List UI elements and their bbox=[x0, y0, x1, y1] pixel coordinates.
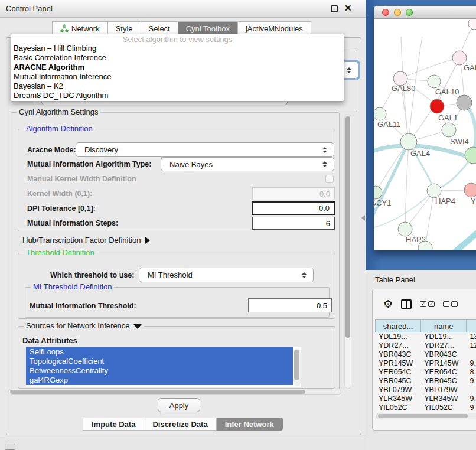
network-node[interactable] bbox=[430, 99, 444, 113]
dropdown-item-dream8-dc-tdc-algorithm[interactable]: Dream8 DC_TDC Algorithm bbox=[11, 91, 344, 100]
dropdown-item-mutual-information-inference[interactable]: Mutual Information Inference bbox=[11, 72, 344, 81]
settings-horizontal-scrollbar[interactable] bbox=[8, 389, 341, 395]
node-label: GCY1 bbox=[374, 198, 391, 207]
mi-algorithm-type-combobox[interactable]: Naive Bayes bbox=[161, 157, 334, 171]
network-node[interactable] bbox=[468, 19, 476, 30]
scrollbar-thumb[interactable] bbox=[10, 390, 305, 394]
tab-jactivemnodules[interactable]: jActiveMNodules bbox=[238, 21, 311, 35]
select-all-icon[interactable]: ✓✓ bbox=[420, 301, 435, 307]
split-panel-icon[interactable] bbox=[401, 299, 412, 309]
node-label: Y bbox=[471, 197, 476, 206]
tab-network[interactable]: Network bbox=[52, 21, 108, 35]
dpi-tolerance-label: DPI Tolerance [0,1]: bbox=[27, 204, 96, 213]
control-panel-tabs: NetworkStyleSelectCyni ToolboxjActiveMNo… bbox=[52, 21, 311, 35]
column-header[interactable]: name bbox=[420, 319, 466, 332]
table-row[interactable]: YPR145WYPR145W9. bbox=[375, 359, 476, 368]
table-horizontal-scrollbar[interactable] bbox=[376, 413, 476, 419]
network-node-swi4[interactable] bbox=[465, 147, 476, 164]
settings-group-title: Cyni Algorithm Settings bbox=[17, 107, 100, 116]
tab-select[interactable]: Select bbox=[141, 21, 178, 35]
control-panel-titlebar bbox=[0, 0, 366, 18]
scrollbar-thumb[interactable] bbox=[345, 116, 350, 338]
table-row[interactable]: YBR043CYBR043C bbox=[375, 350, 476, 359]
tab-style[interactable]: Style bbox=[108, 21, 141, 35]
deselect-all-icon[interactable] bbox=[443, 301, 458, 307]
combo-arrows-icon bbox=[319, 147, 330, 153]
combo-arrows-icon bbox=[344, 67, 354, 73]
scrollbar-thumb[interactable] bbox=[378, 414, 468, 418]
table-panel-title: Table Panel bbox=[375, 275, 415, 284]
tab-cyni-toolbox[interactable]: Cyni Toolbox bbox=[178, 21, 238, 35]
attribute-item-gal4rgexp[interactable]: gal4RGexp bbox=[26, 376, 293, 385]
algorithm-dropdown-popup: Select algorithm to view settings Bayesi… bbox=[11, 34, 344, 102]
mi-threshold-field[interactable]: 0.5 bbox=[248, 298, 332, 312]
attribute-item-betweennesscentrality[interactable]: BetweennessCentrality bbox=[26, 366, 293, 376]
tab-impute-data[interactable]: Impute Data bbox=[83, 418, 144, 431]
network-node-gal11[interactable] bbox=[374, 107, 386, 120]
settings-vertical-scrollbar[interactable] bbox=[344, 114, 351, 389]
combo-arrows-icon bbox=[319, 161, 330, 167]
sources-title[interactable]: Sources for Network Inference bbox=[24, 321, 144, 330]
data-attributes-list: SelfLoopsTopologicalCoefficientBetweenne… bbox=[26, 347, 301, 387]
column-header[interactable] bbox=[466, 319, 476, 332]
close-panel-icon[interactable]: ✕ bbox=[344, 3, 352, 14]
network-node-gal4[interactable] bbox=[400, 133, 417, 150]
network-node-hap4[interactable] bbox=[427, 184, 441, 198]
float-window-icon[interactable] bbox=[331, 5, 338, 12]
dropdown-item-basic-correlation-inference[interactable]: Basic Correlation Inference bbox=[11, 53, 344, 63]
table-row[interactable]: YIL052CYIL052C9 bbox=[375, 403, 476, 412]
dropdown-item-aracne-algorithm[interactable]: ARACNE Algorithm bbox=[11, 63, 344, 72]
network-window-titlebar[interactable] bbox=[374, 6, 476, 19]
column-header[interactable]: shared... bbox=[375, 319, 420, 332]
minimize-traffic-light-icon[interactable] bbox=[394, 9, 401, 16]
cyni-bottom-tabs: Impute DataDiscretize DataInfer Network bbox=[83, 418, 283, 431]
manual-kernel-width-label: Manual Kernel Width Definition bbox=[27, 175, 136, 183]
aracne-mode-combobox[interactable]: Discovery bbox=[76, 142, 334, 157]
minimized-panel-icon[interactable] bbox=[5, 444, 15, 450]
dpi-tolerance-field[interactable]: 0.0 bbox=[252, 201, 335, 215]
control-panel-title: Control Panel bbox=[6, 4, 53, 13]
manual-kernel-width-checkbox[interactable] bbox=[325, 175, 334, 183]
table-header-row: shared...name bbox=[375, 319, 476, 332]
aracne-mode-label: Aracne Mode: bbox=[27, 146, 76, 154]
hub-definition-expander[interactable]: Hub/Transcription Factor Definition bbox=[22, 236, 150, 244]
zoom-traffic-light-icon[interactable] bbox=[406, 9, 413, 16]
dropdown-item-bayesian-hill-climbing[interactable]: Bayesian – Hill Climbing bbox=[11, 44, 344, 53]
tab-infer-network[interactable]: Infer Network bbox=[217, 418, 283, 431]
collapse-down-icon bbox=[133, 324, 142, 329]
close-traffic-light-icon[interactable] bbox=[382, 9, 389, 16]
table-row[interactable]: YLR345WYLR345W9. bbox=[375, 394, 476, 403]
attribute-item-selfloops[interactable]: SelfLoops bbox=[26, 347, 293, 357]
scrollbar-thumb[interactable] bbox=[294, 350, 299, 380]
node-label: GAL80 bbox=[392, 84, 415, 93]
mi-type-label: Mutual Information Algorithm Type: bbox=[27, 160, 151, 168]
table-row[interactable]: YDL19...YDL19...13 bbox=[375, 332, 476, 341]
node-label: GAL bbox=[464, 63, 476, 72]
attributes-list-scrollbar[interactable] bbox=[294, 348, 301, 386]
tab-discretize-data[interactable]: Discretize Data bbox=[144, 418, 216, 431]
gear-icon[interactable]: ⚙ bbox=[383, 299, 393, 309]
apply-button[interactable]: Apply bbox=[158, 398, 200, 412]
table-row[interactable]: YDR27...YDR27...12 bbox=[375, 341, 476, 350]
network-node-gal10[interactable] bbox=[428, 75, 441, 88]
network-canvas[interactable]: GALGAL80GAL10GAL1GAL11GAL4SWI4HAP4YGCY1H… bbox=[374, 19, 476, 250]
node-label: HAP2 bbox=[406, 235, 426, 244]
network-node-y[interactable] bbox=[464, 183, 476, 197]
screen: GALGAL80GAL10GAL1GAL11GAL4SWI4HAP4YGCY1H… bbox=[0, 0, 476, 450]
table-row[interactable]: YER054CYER054C8. bbox=[375, 368, 476, 377]
network-node-gal1[interactable] bbox=[442, 123, 456, 137]
network-icon bbox=[60, 24, 69, 32]
which-threshold-combobox[interactable]: MI Threshold bbox=[139, 268, 314, 282]
attribute-item-topologicalcoefficient[interactable]: TopologicalCoefficient bbox=[26, 357, 293, 366]
table-row[interactable]: YBL079WYBL079W bbox=[375, 386, 476, 394]
network-node-hap2[interactable] bbox=[398, 222, 412, 236]
node-label: GAL1 bbox=[438, 113, 458, 122]
kernel-width-field[interactable]: 0.0 bbox=[252, 187, 335, 200]
splitter-collapse-icon[interactable] bbox=[361, 215, 365, 221]
dropdown-item-bayesian-k2[interactable]: Bayesian – K2 bbox=[11, 81, 344, 91]
mi-steps-field[interactable]: 6 bbox=[252, 217, 335, 230]
table-row[interactable]: YBR045CYBR045C9. bbox=[375, 377, 476, 386]
data-attributes-label: Data Attributes bbox=[22, 336, 77, 345]
network-node[interactable] bbox=[457, 95, 472, 110]
node-label: SWI4 bbox=[450, 137, 469, 146]
